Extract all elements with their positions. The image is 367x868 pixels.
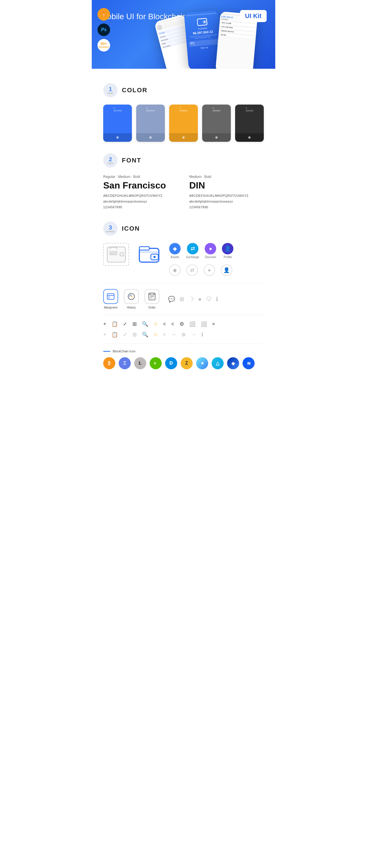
app-icons-row: Mangment History <box>103 289 264 309</box>
blockchain-text: BlockChain Icon <box>113 349 136 353</box>
export-icon: ⬜ <box>189 321 196 327</box>
discover-outline-icon: ● <box>204 265 215 276</box>
zcash-icon: Z <box>181 357 193 369</box>
main-content: 1 ONE COLOR #3574FA #8DA0C8 #F5A623 #666… <box>92 69 275 389</box>
hero-badge: UI Kit <box>240 10 266 22</box>
color-section-header: 1 ONE COLOR <box>103 83 264 97</box>
chat-icon: 💬 <box>168 296 175 303</box>
check-icon: ✓ <box>123 321 127 327</box>
stratis-icon: △ <box>211 357 224 369</box>
assets-outline-icon: ◆ <box>169 265 181 276</box>
sketch-icon <box>97 8 110 21</box>
hero-icons: Ps 60+ Screens <box>97 8 110 52</box>
icon-nav-row-filled: ◆ Assets ⇄ Exchange ● Discover 👤 Profile <box>169 243 233 259</box>
blockchain-line-decor <box>103 351 110 352</box>
color-number: 1 <box>109 86 112 92</box>
profile-outline-icon: 👤 <box>221 265 232 276</box>
photoshop-icon: Ps <box>97 24 110 36</box>
divider-3 <box>103 343 264 344</box>
order-icon-item: Order <box>144 289 160 309</box>
check-icon-gray: ✓ <box>123 332 127 338</box>
litecoin-icon: Ł <box>134 357 146 369</box>
color-title: COLOR <box>122 87 147 94</box>
search-icon-gray: 🔍 <box>142 332 148 338</box>
bitcoin-icon: ₿ <box>103 357 115 369</box>
cardano-icon: ◈ <box>227 357 239 369</box>
back-icon: < <box>163 321 166 327</box>
management-icon <box>103 289 118 304</box>
sf-lowercase: abcdefghijklmnopqrstuvwxyz <box>103 199 178 205</box>
sf-styles: Regular · Medium · Bold <box>103 175 178 179</box>
din-numbers: 1234567890 <box>189 205 264 210</box>
icon-title: ICON <box>122 225 140 232</box>
moon-icon: ☽ <box>189 296 194 303</box>
stack-icon: ⊞ <box>179 296 185 303</box>
icon-section-header: 3 THREE ICON <box>103 221 264 236</box>
clipboard-icon-gray: 📋 <box>112 332 118 338</box>
icon-number-badge: 3 THREE <box>103 221 117 236</box>
close-x-icon-gray: ⊗ <box>181 332 186 338</box>
swatch-dark: #303030 <box>235 104 264 142</box>
history-icon-item: History <box>124 289 139 309</box>
share-icon-gray: ↔ <box>171 332 176 338</box>
tool-icons-row1: + 📋 ✓ ⊞ 🔍 ☆ < < ⚙ ⬜ ⬜ × <box>103 321 264 327</box>
assets-outline-item: ◆ <box>169 265 181 276</box>
forward-icon-gray: → <box>191 332 196 338</box>
discover-icon: ● <box>205 243 216 254</box>
swatch-blue-gray: #8DA0C8 <box>136 104 165 142</box>
blockchain-label: BlockChain Icon <box>103 349 264 353</box>
hero-section: Mobile UI for Blockchain Wallet UI Kit P… <box>92 0 275 69</box>
svg-rect-8 <box>139 247 149 250</box>
settings-icon: ⚙ <box>179 321 184 327</box>
history-label: History <box>127 306 136 309</box>
screens-badge: 60+ Screens <box>97 39 110 52</box>
screens-label: Screens <box>98 46 109 49</box>
icon-nav-row-outline: ◆ ⇄ ● 👤 <box>169 265 233 276</box>
management-icon-item: Mangment <box>103 289 118 309</box>
swap-icon: ⬜ <box>201 321 207 327</box>
order-label: Order <box>148 306 156 309</box>
management-label: Mangment <box>104 306 117 309</box>
grid-icon-gray: ⊞ <box>133 332 137 338</box>
discover-icon-item: ● Discover <box>205 243 216 259</box>
svg-rect-19 <box>149 293 151 294</box>
icon-main-row: ◆ Assets ⇄ Exchange ● Discover 👤 Profile <box>103 243 264 276</box>
font-number: 2 <box>109 156 112 162</box>
svg-rect-12 <box>107 295 114 296</box>
svg-rect-20 <box>153 293 155 294</box>
order-icon <box>144 289 160 304</box>
svg-rect-13 <box>108 296 110 299</box>
tool-icons-row2: + 📋 ✓ ⊞ 🔍 ☆ < ↔ ⊗ → ℹ <box>103 332 264 338</box>
crypto-icons-row: ₿ Ξ Ł N Đ Z ✦ △ ◈ ≋ <box>103 357 264 369</box>
font-din: Medium · Bold DIN ABCDEFGHIJKLMNOPQRSTUV… <box>189 175 264 210</box>
svg-rect-7 <box>139 251 159 253</box>
icon-section-content: ◆ Assets ⇄ Exchange ● Discover 👤 Profile <box>103 243 264 369</box>
font-sf: Regular · Medium · Bold San Francisco AB… <box>103 175 178 210</box>
waves-icon: ≋ <box>243 357 255 369</box>
add-icon: + <box>103 321 106 327</box>
share-icon: < <box>171 321 174 327</box>
font-title: FONT <box>122 157 141 164</box>
icon-nav-group: ◆ Assets ⇄ Exchange ● Discover 👤 Profile <box>169 243 233 276</box>
divider-2 <box>103 315 264 315</box>
font-number-badge: 2 TWO <box>103 153 117 167</box>
grid-icon: ⊞ <box>133 321 137 327</box>
din-name: DIN <box>189 180 264 191</box>
din-lowercase: abcdefghijklmnopqrstuvwxyz <box>189 199 264 205</box>
clipboard-icon: 📋 <box>112 321 118 327</box>
font-word: TWO <box>107 162 114 165</box>
exchange-icon-item: ⇄ Exchange <box>186 243 199 259</box>
dash-icon: Đ <box>165 357 177 369</box>
close-icon: × <box>212 321 215 327</box>
profile-icon: 👤 <box>222 243 233 254</box>
wallet-icon-blue <box>138 243 161 266</box>
profile-icon-item: 👤 Profile <box>222 243 233 259</box>
icon-number: 3 <box>109 225 112 230</box>
star-icon: ☆ <box>153 321 158 327</box>
color-swatches: #3574FA #8DA0C8 #F5A623 #666666 #303030 <box>103 104 264 142</box>
assets-icon: ◆ <box>169 243 181 254</box>
icon-word: THREE <box>106 230 115 233</box>
font-section-header: 2 TWO FONT <box>103 153 264 167</box>
font-section: Regular · Medium · Bold San Francisco AB… <box>103 175 264 210</box>
neo-icon: N <box>150 357 162 369</box>
